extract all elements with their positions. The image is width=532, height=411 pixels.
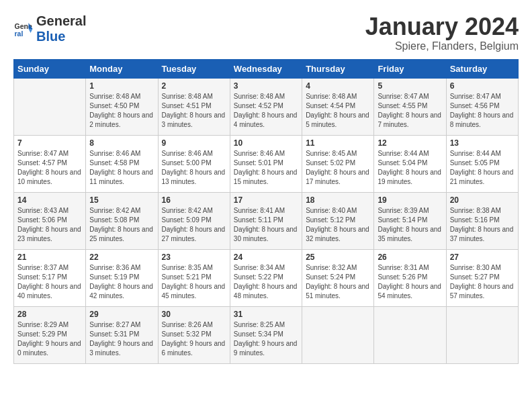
calendar-cell: 28Sunrise: 8:29 AMSunset: 5:29 PMDayligh… — [14, 306, 86, 363]
day-info: Sunrise: 8:39 AMSunset: 5:14 PMDaylight:… — [378, 206, 442, 244]
day-info: Sunrise: 8:44 AMSunset: 5:04 PMDaylight:… — [378, 149, 442, 187]
day-info: Sunrise: 8:35 AMSunset: 5:21 PMDaylight:… — [162, 263, 226, 301]
svg-marker-3 — [29, 29, 33, 33]
calendar-cell: 19Sunrise: 8:39 AMSunset: 5:14 PMDayligh… — [374, 192, 446, 249]
day-number: 25 — [306, 253, 370, 262]
header-thursday: Thursday — [302, 59, 374, 78]
logo-icon: Gene ral — [13, 19, 34, 39]
calendar-cell: 31Sunrise: 8:25 AMSunset: 5:34 PMDayligh… — [230, 306, 302, 363]
day-info: Sunrise: 8:48 AMSunset: 4:50 PMDaylight:… — [89, 92, 154, 130]
calendar-cell: 25Sunrise: 8:32 AMSunset: 5:24 PMDayligh… — [302, 249, 374, 306]
calendar-cell — [374, 306, 446, 363]
week-row-0: 1Sunrise: 8:48 AMSunset: 4:50 PMDaylight… — [14, 78, 519, 135]
day-info: Sunrise: 8:47 AMSunset: 4:57 PMDaylight:… — [17, 149, 82, 187]
calendar-cell: 16Sunrise: 8:42 AMSunset: 5:09 PMDayligh… — [158, 192, 230, 249]
day-info: Sunrise: 8:43 AMSunset: 5:06 PMDaylight:… — [17, 206, 82, 244]
svg-text:ral: ral — [15, 30, 24, 38]
header-friday: Friday — [374, 59, 446, 78]
day-number: 29 — [89, 310, 154, 319]
day-info: Sunrise: 8:45 AMSunset: 5:02 PMDaylight:… — [306, 149, 370, 187]
day-number: 19 — [378, 195, 442, 205]
day-number: 26 — [378, 253, 442, 262]
calendar-cell: 17Sunrise: 8:41 AMSunset: 5:11 PMDayligh… — [230, 192, 302, 249]
day-number: 4 — [306, 81, 370, 91]
header-sunday: Sunday — [14, 59, 86, 78]
calendar-cell: 22Sunrise: 8:36 AMSunset: 5:19 PMDayligh… — [86, 249, 158, 306]
calendar-cell: 23Sunrise: 8:35 AMSunset: 5:21 PMDayligh… — [158, 249, 230, 306]
header-row: Sunday Monday Tuesday Wednesday Thursday… — [14, 59, 519, 78]
day-info: Sunrise: 8:48 AMSunset: 4:54 PMDaylight:… — [306, 92, 370, 130]
calendar-cell: 26Sunrise: 8:31 AMSunset: 5:26 PMDayligh… — [374, 249, 446, 306]
logo-wordmark: General Blue — [36, 13, 87, 44]
day-number: 3 — [234, 81, 298, 91]
day-number: 8 — [89, 138, 154, 148]
day-number: 11 — [306, 138, 370, 148]
day-number: 14 — [17, 195, 82, 205]
calendar-cell: 24Sunrise: 8:34 AMSunset: 5:22 PMDayligh… — [230, 249, 302, 306]
calendar-subtitle: Spiere, Flanders, Belgium — [365, 40, 519, 52]
calendar-cell: 8Sunrise: 8:46 AMSunset: 4:58 PMDaylight… — [86, 135, 158, 192]
calendar-cell: 27Sunrise: 8:30 AMSunset: 5:27 PMDayligh… — [446, 249, 518, 306]
week-row-2: 14Sunrise: 8:43 AMSunset: 5:06 PMDayligh… — [14, 192, 519, 249]
logo-general2: ral — [70, 13, 86, 28]
day-info: Sunrise: 8:34 AMSunset: 5:22 PMDaylight:… — [234, 263, 298, 301]
day-info: Sunrise: 8:42 AMSunset: 5:08 PMDaylight:… — [89, 206, 154, 244]
calendar-cell — [302, 306, 374, 363]
calendar-cell: 12Sunrise: 8:44 AMSunset: 5:04 PMDayligh… — [374, 135, 446, 192]
calendar-cell: 21Sunrise: 8:37 AMSunset: 5:17 PMDayligh… — [14, 249, 86, 306]
calendar-cell: 15Sunrise: 8:42 AMSunset: 5:08 PMDayligh… — [86, 192, 158, 249]
day-number: 21 — [17, 253, 82, 262]
day-number: 22 — [89, 253, 154, 262]
title-section: January 2024 Spiere, Flanders, Belgium — [365, 13, 519, 52]
logo-blue: Blue — [36, 29, 65, 44]
calendar-cell: 9Sunrise: 8:46 AMSunset: 5:00 PMDaylight… — [158, 135, 230, 192]
day-info: Sunrise: 8:36 AMSunset: 5:19 PMDaylight:… — [89, 263, 154, 301]
header-monday: Monday — [86, 59, 158, 78]
day-info: Sunrise: 8:25 AMSunset: 5:34 PMDaylight:… — [234, 320, 298, 358]
day-info: Sunrise: 8:41 AMSunset: 5:11 PMDaylight:… — [234, 206, 298, 244]
logo-general: Gene — [36, 13, 70, 28]
calendar-cell: 11Sunrise: 8:45 AMSunset: 5:02 PMDayligh… — [302, 135, 374, 192]
day-info: Sunrise: 8:47 AMSunset: 4:55 PMDaylight:… — [378, 92, 442, 130]
week-row-3: 21Sunrise: 8:37 AMSunset: 5:17 PMDayligh… — [14, 249, 519, 306]
calendar-cell: 6Sunrise: 8:47 AMSunset: 4:56 PMDaylight… — [446, 78, 518, 135]
day-info: Sunrise: 8:42 AMSunset: 5:09 PMDaylight:… — [162, 206, 226, 244]
day-number: 13 — [450, 138, 515, 148]
day-info: Sunrise: 8:48 AMSunset: 4:51 PMDaylight:… — [162, 92, 226, 130]
day-number: 20 — [450, 195, 515, 205]
day-info: Sunrise: 8:31 AMSunset: 5:26 PMDaylight:… — [378, 263, 442, 301]
day-number: 2 — [162, 81, 226, 91]
day-info: Sunrise: 8:46 AMSunset: 5:00 PMDaylight:… — [162, 149, 226, 187]
calendar-cell — [14, 78, 86, 135]
calendar-cell: 7Sunrise: 8:47 AMSunset: 4:57 PMDaylight… — [14, 135, 86, 192]
calendar-cell: 13Sunrise: 8:44 AMSunset: 5:05 PMDayligh… — [446, 135, 518, 192]
calendar-cell: 20Sunrise: 8:38 AMSunset: 5:16 PMDayligh… — [446, 192, 518, 249]
calendar-cell: 30Sunrise: 8:26 AMSunset: 5:32 PMDayligh… — [158, 306, 230, 363]
day-number: 10 — [234, 138, 298, 148]
header-tuesday: Tuesday — [158, 59, 230, 78]
day-number: 30 — [162, 310, 226, 319]
calendar-cell: 5Sunrise: 8:47 AMSunset: 4:55 PMDaylight… — [374, 78, 446, 135]
calendar-cell: 14Sunrise: 8:43 AMSunset: 5:06 PMDayligh… — [14, 192, 86, 249]
calendar-cell: 10Sunrise: 8:46 AMSunset: 5:01 PMDayligh… — [230, 135, 302, 192]
day-info: Sunrise: 8:38 AMSunset: 5:16 PMDaylight:… — [450, 206, 515, 244]
day-number: 6 — [450, 81, 515, 91]
day-info: Sunrise: 8:46 AMSunset: 5:01 PMDaylight:… — [234, 149, 298, 187]
header-saturday: Saturday — [446, 59, 518, 78]
day-number: 9 — [162, 138, 226, 148]
day-info: Sunrise: 8:47 AMSunset: 4:56 PMDaylight:… — [450, 92, 515, 130]
day-number: 23 — [162, 253, 226, 262]
calendar-cell: 1Sunrise: 8:48 AMSunset: 4:50 PMDaylight… — [86, 78, 158, 135]
day-info: Sunrise: 8:29 AMSunset: 5:29 PMDaylight:… — [17, 320, 82, 358]
calendar-cell: 18Sunrise: 8:40 AMSunset: 5:12 PMDayligh… — [302, 192, 374, 249]
day-info: Sunrise: 8:40 AMSunset: 5:12 PMDaylight:… — [306, 206, 370, 244]
day-number: 31 — [234, 310, 298, 319]
day-number: 27 — [450, 253, 515, 262]
week-row-4: 28Sunrise: 8:29 AMSunset: 5:29 PMDayligh… — [14, 306, 519, 363]
calendar-cell — [446, 306, 518, 363]
day-number: 24 — [234, 253, 298, 262]
day-info: Sunrise: 8:48 AMSunset: 4:52 PMDaylight:… — [234, 92, 298, 130]
calendar-cell: 3Sunrise: 8:48 AMSunset: 4:52 PMDaylight… — [230, 78, 302, 135]
week-row-1: 7Sunrise: 8:47 AMSunset: 4:57 PMDaylight… — [14, 135, 519, 192]
day-info: Sunrise: 8:30 AMSunset: 5:27 PMDaylight:… — [450, 263, 515, 301]
